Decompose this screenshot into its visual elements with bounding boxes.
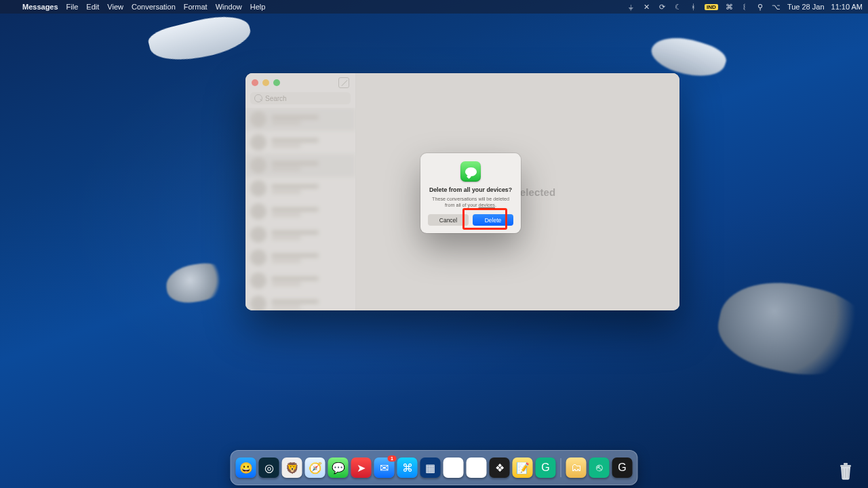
dock-shortcuts-icon[interactable]: ⌘ — [397, 458, 418, 478]
dock: 😀◎🦁🧭💬➤✉1⌘▦✱◉❖📝G 🗂⎋G — [231, 450, 638, 485]
screen-mirroring-icon[interactable]: ⏚ — [627, 3, 635, 12]
menubar-time[interactable]: 11:10 AM — [831, 3, 863, 11]
dock-messages-icon[interactable]: 💬 — [328, 458, 349, 478]
do-not-disturb-icon[interactable]: ☾ — [673, 3, 682, 12]
dock-edge-icon[interactable]: ◎ — [259, 458, 279, 478]
dock-separator — [561, 458, 561, 477]
delete-button[interactable]: Delete — [473, 214, 513, 226]
dock-safari-icon[interactable]: 🧭 — [305, 458, 326, 478]
cancel-button[interactable]: Cancel — [428, 214, 469, 226]
dock-grammarly-icon[interactable]: G — [536, 458, 556, 478]
menu-window[interactable]: Window — [216, 3, 242, 11]
badge: 1 — [388, 455, 397, 462]
spotlight-icon[interactable]: ⚲ — [756, 3, 765, 12]
trash-icon[interactable] — [835, 461, 856, 481]
dialog-title: Delete from all your devices? — [428, 186, 513, 193]
dock-notes-icon[interactable]: 📝 — [513, 458, 533, 478]
apple-menu-icon[interactable] — [5, 3, 14, 12]
dialog-body: These conversations will be deleted from… — [428, 196, 513, 208]
delete-confirmation-dialog: Delete from all your devices? These conv… — [420, 153, 521, 233]
speech-bubble-icon — [465, 167, 477, 176]
dock-todoist-icon[interactable]: ➤ — [351, 458, 372, 478]
wallpaper-detail — [146, 9, 254, 70]
input-source-indicator: IND — [705, 4, 718, 10]
airdrop-icon[interactable]: ⌘ — [725, 3, 734, 12]
dock-chrome-icon[interactable]: ◉ — [467, 458, 487, 478]
messages-app-icon — [460, 161, 481, 182]
dock-brave-icon[interactable]: 🦁 — [282, 458, 302, 478]
menu-edit[interactable]: Edit — [86, 3, 99, 11]
battery-status[interactable]: IND — [705, 4, 718, 10]
svg-rect-0 — [840, 465, 851, 467]
menubar-date[interactable]: Tue 28 Jan — [787, 3, 825, 11]
menu-help[interactable]: Help — [250, 3, 266, 11]
dock-figma-icon[interactable]: ❖ — [490, 458, 510, 478]
menu-view[interactable]: View — [107, 3, 123, 11]
dock-files-icon[interactable]: 🗂 — [566, 458, 587, 478]
menu-app-name[interactable]: Messages — [22, 3, 58, 11]
wallpaper-detail — [164, 260, 230, 306]
menu-bar: Messages File Edit View Conversation For… — [0, 0, 868, 14]
control-center-icon[interactable]: ⌥ — [772, 3, 781, 12]
dock-app3-icon[interactable]: G — [612, 458, 633, 478]
svg-rect-1 — [844, 463, 848, 465]
dock-finder-icon[interactable]: 😀 — [236, 458, 256, 478]
status-icon[interactable]: ✕ — [642, 3, 651, 12]
wallpaper-detail — [711, 270, 868, 388]
menu-conversation[interactable]: Conversation — [132, 3, 176, 11]
dock-app2-icon[interactable]: ⎋ — [589, 458, 610, 478]
sync-icon[interactable]: ⟳ — [658, 3, 667, 12]
bluetooth-icon[interactable]: ᚼ — [689, 3, 698, 12]
dock-trello-icon[interactable]: ▦ — [420, 458, 441, 478]
menu-format[interactable]: Format — [184, 3, 208, 11]
dock-slack-icon[interactable]: ✱ — [443, 458, 464, 478]
menu-file[interactable]: File — [66, 3, 79, 11]
wifi-icon[interactable]: ⧙ — [741, 3, 749, 12]
